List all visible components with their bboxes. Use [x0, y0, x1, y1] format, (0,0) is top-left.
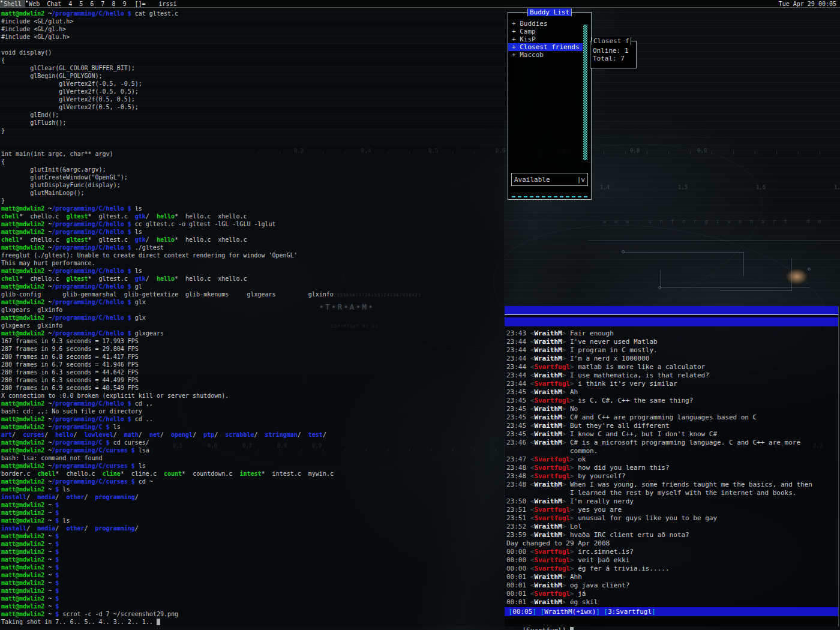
tag-web[interactable]: Web — [25, 0, 43, 7]
terminal-window[interactable]: matt@mdwlin2 ~/programming/C/hello $ cat… — [0, 8, 504, 626]
tag-shell[interactable]: Shell — [0, 0, 25, 7]
chat-nick: WraithM — [534, 531, 562, 539]
workspace-tags: ShellWebChat456789 — [0, 0, 130, 7]
tag-chat[interactable]: Chat — [43, 0, 65, 7]
text-segment: ~ — [44, 533, 52, 539]
text-segment: matt@mdwlin2 — [1, 541, 44, 547]
text-segment: / — [26, 494, 37, 500]
status-dropdown-value: Available — [514, 176, 550, 184]
text-segment: glutDisplayFunc(display); — [1, 182, 121, 188]
chat-timestamp: 23:45 — [506, 430, 530, 438]
irc-input-line[interactable]: [Svartfugl] — [505, 616, 838, 626]
buddy-group[interactable]: + Buddies — [508, 20, 591, 28]
text-segment: cat gltest.c — [131, 10, 178, 17]
chat-timestamp: 00:01 — [506, 590, 530, 598]
chat-message-text: I program in C mostly. — [566, 346, 657, 354]
text-segment: ls — [135, 463, 146, 469]
chat-message-text: yes you are — [574, 506, 622, 514]
tag-9[interactable]: 9 — [119, 0, 130, 7]
irc-window[interactable]: Buddy List trivia@stuffis-988BBDE5.dsl.d… — [505, 306, 839, 626]
focused-window-title: irssi — [151, 0, 185, 7]
text-segment: ] — [652, 608, 656, 616]
wallpaper-url-text: w w w . u n f o r g i v e n a r t . d e — [603, 218, 823, 224]
text-segment: chell — [37, 470, 55, 477]
text-segment: / — [85, 494, 95, 500]
text-segment: chell — [1, 275, 19, 282]
text-segment: matt@mdwlin2 — [1, 244, 44, 251]
text-segment: /programming/C $ — [52, 439, 109, 446]
irc-status-bar: [00:05] [WraithM(+iwx)] [3:Svartfugl] — [505, 607, 838, 616]
chat-nick: WraithM — [534, 573, 562, 581]
chat-message-text: matlab is more like a calculator — [574, 363, 706, 371]
text-segment: net — [149, 431, 160, 438]
buddy-group[interactable]: + Closest friends — [508, 43, 583, 51]
scrollbar-thumb[interactable] — [583, 160, 587, 167]
buddy-group[interactable]: + KisP — [508, 35, 591, 43]
chat-message: 23:43 <WraithM> Fair enough — [506, 329, 838, 338]
buddy-input-field[interactable] — [512, 189, 587, 197]
text-segment: gtk — [135, 275, 146, 282]
text-segment: $ — [52, 603, 59, 610]
terminal-line: #include <GL/glu.h> — [1, 33, 504, 41]
buddy-group[interactable]: + Maccob — [508, 51, 591, 59]
terminal-line: matt@mdwlin2 ~ $ — [1, 602, 504, 610]
window-titlebar[interactable]: Buddy List — [505, 306, 838, 315]
chat-nick: Svartfugl — [534, 472, 570, 480]
text-segment: $ — [52, 548, 59, 555]
text-segment: * gltest.c — [88, 275, 135, 282]
text-segment: ~ — [44, 439, 52, 446]
text-segment: hello — [157, 275, 175, 282]
tag-5[interactable]: 5 — [76, 0, 86, 7]
text-segment: / — [139, 431, 149, 438]
text-segment: matt@mdwlin2 — [1, 611, 44, 617]
chat-nick: WraithM — [534, 388, 562, 396]
nick-bracket: > — [570, 472, 574, 480]
scrollbar[interactable] — [583, 25, 587, 167]
chat-timestamp: 23:59 — [506, 531, 530, 539]
text-segment: $ — [52, 611, 59, 617]
status-dropdown[interactable]: Available |v — [511, 173, 588, 186]
chat-timestamp: 23:44 — [506, 380, 530, 388]
chat-nick: Svartfugl — [534, 506, 570, 514]
terminal-line: freeglut (./gltest): Unable to create di… — [1, 251, 504, 259]
text-segment: matt@mdwlin2 — [1, 447, 44, 454]
chat-message-text: by yourself? — [574, 472, 626, 480]
text-segment: ~ — [44, 572, 52, 578]
text-segment: gl — [131, 283, 142, 290]
chat-message: 00:00 <Svartfugl> veit það ekki — [506, 556, 838, 565]
buddy-list-window[interactable]: Buddy List + Buddies+ Camp+ KisP+ Closes… — [508, 12, 592, 200]
text-segment: art — [1, 431, 12, 438]
text-cursor — [157, 619, 160, 625]
buddy-groups: + Buddies+ Camp+ KisP+ Closest friends+ … — [508, 20, 591, 59]
terminal-line: matt@mdwlin2 ~ $ — [1, 563, 504, 571]
terminal-line: matt@mdwlin2 ~/programming/C/hello $ ./g… — [1, 244, 504, 251]
terminal-line: glClear(GL_COLOR_BUFFER_BIT); — [1, 64, 504, 72]
ruler-number: 1,5 — [678, 184, 756, 190]
text-segment: matt@mdwlin2 — [1, 509, 44, 516]
tag-4[interactable]: 4 — [65, 0, 76, 7]
wallpaper-ruler: 1,41,51,61,7 — [600, 180, 840, 191]
text-segment: / — [12, 431, 23, 438]
dropdown-arrow-icon[interactable]: |v — [577, 176, 585, 184]
chat-nick: WraithM — [534, 523, 562, 530]
text-segment: $ — [52, 486, 59, 493]
buddy-tooltip-title: Closest f — [592, 37, 631, 45]
chat-timestamp: 23:48 — [506, 464, 530, 472]
text-segment: matt@mdwlin2 — [1, 556, 44, 563]
text-segment: /programming/C/hello $ — [52, 416, 131, 422]
text-segment: void display() — [1, 49, 52, 56]
chat-message: 23:45 <WraithM> I know C and C++, but I … — [506, 430, 838, 439]
tag-7[interactable]: 7 — [97, 0, 108, 7]
layout-symbol[interactable]: []= — [130, 0, 150, 7]
chat-message: 23:44 <WraithM> I'm a nerd x 1000000 — [506, 355, 838, 363]
buddy-group[interactable]: + Camp — [508, 28, 591, 35]
nick-bracket: > — [570, 464, 574, 472]
terminal-line: matt@mdwlin2 ~ $ — [1, 548, 504, 556]
text-segment: ls — [131, 268, 142, 274]
chat-message-text: I'm a nerd x 1000000 — [566, 355, 649, 362]
tag-8[interactable]: 8 — [108, 0, 119, 7]
text-segment: glutMainLoop(); — [1, 190, 84, 196]
terminal-line: matt@mdwlin2 ~ $ — [1, 595, 504, 602]
terminal-line: #include <GL/gl.h> — [1, 25, 504, 33]
tag-6[interactable]: 6 — [86, 0, 97, 7]
